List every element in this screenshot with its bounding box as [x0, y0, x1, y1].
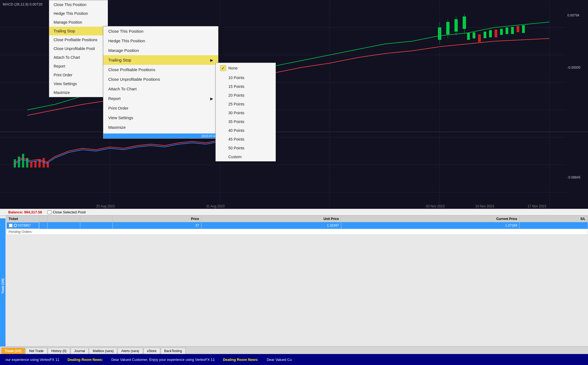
trade-panel: Balance: 994,317.58 Close Selected Posit…	[0, 209, 588, 354]
menu2-hedge-position[interactable]: Hedge This Position	[103, 36, 218, 46]
menu1-manage-position[interactable]: Manage Position	[49, 18, 108, 27]
svg-text:31 Aug 2023: 31 Aug 2023	[206, 204, 225, 208]
svg-text:03 Nov 2023: 03 Nov 2023	[426, 204, 445, 208]
svg-rect-22	[454, 19, 458, 32]
svg-rect-48	[473, 32, 475, 38]
menu2-report-arrow: ▶	[210, 96, 213, 101]
tab-journal[interactable]: Journal	[71, 348, 88, 354]
ticker-label-2: Dealing Room News:	[220, 358, 261, 362]
menu1-close-unprofitable[interactable]: Close Unprofitable Posit	[49, 44, 108, 53]
menu3-35pts[interactable]: 35 Points	[216, 117, 276, 126]
menu1-print-order[interactable]: Print Order	[49, 71, 108, 79]
svg-rect-51	[489, 30, 492, 37]
svg-text:25 Aug 2023: 25 Aug 2023	[96, 204, 115, 208]
svg-text:-0.08845: -0.08845	[567, 175, 581, 179]
menu3-45pts[interactable]: 45 Points	[216, 135, 276, 144]
col-current-price: Current Price	[341, 216, 520, 222]
close-selected-label: Close Selected Posit	[53, 210, 86, 214]
table-row[interactable]: 5378867 37 1.32347 1.37169	[6, 222, 588, 229]
ticker-text-2: Dear Valued Customer, Enjoy your experie…	[106, 358, 220, 362]
menu3-none-label: None	[228, 66, 237, 70]
ticker-text-3: Dear Valued Cu	[261, 358, 298, 362]
tab-vstore[interactable]: vStore	[143, 348, 160, 354]
context-menu-level2: Close This Position Hedge This Position …	[103, 26, 218, 139]
tab-bar: Trade (1/0) Net Trade History (0) Journa…	[0, 346, 588, 354]
tab-history[interactable]: History (0)	[48, 348, 70, 354]
svg-text:10 Nov 2023: 10 Nov 2023	[475, 204, 494, 208]
svg-rect-12	[30, 162, 32, 168]
menu2-trailing-stop-arrow: ▶	[210, 58, 213, 62]
ticker-text-1: our experience using VertexFX 11	[0, 358, 65, 362]
menu2-maximize[interactable]: Maximize	[103, 122, 218, 132]
menu3-50pts[interactable]: 50 Points	[216, 144, 276, 152]
tab-alerts[interactable]: Alerts (sara)	[118, 348, 143, 354]
svg-rect-20	[446, 22, 450, 34]
svg-text:-0.00000: -0.00000	[567, 66, 581, 69]
svg-rect-56	[517, 26, 519, 32]
menu1-trailing-stop[interactable]: Trailing Stop	[49, 27, 108, 35]
menu2-report[interactable]: Report ▶	[103, 94, 218, 103]
svg-rect-50	[484, 32, 486, 38]
col-unit-price: Unit Price	[201, 216, 341, 222]
menu2-trailing-stop-label: Trailing Stop	[108, 58, 131, 62]
ticker-label-1: Dealing Room News:	[65, 358, 106, 362]
ticker-bar: our experience using VertexFX 11 Dealing…	[0, 354, 588, 365]
svg-rect-10	[22, 154, 24, 168]
menu2-manage-position[interactable]: Manage Position	[103, 46, 218, 55]
ticket-number: 5378867	[18, 224, 31, 227]
menu3-10pts[interactable]: 10 Points	[216, 73, 276, 82]
tab-trade[interactable]: Trade (1/0)	[1, 348, 25, 354]
col-empty2	[80, 216, 113, 222]
menu2-attach-chart[interactable]: Attach To Chart	[103, 84, 218, 94]
menu3-25pts[interactable]: 25 Points	[216, 100, 276, 108]
col-price: Price	[113, 216, 201, 222]
svg-rect-49	[478, 34, 481, 42]
context-menu-level3: ✓ None 10 Points 15 Points 20 Points 25 …	[215, 63, 276, 161]
close-selected-checkbox[interactable]	[48, 210, 51, 214]
context-menu-level1: Close This Position Hedge This Position …	[49, 0, 108, 97]
svg-rect-54	[506, 27, 508, 34]
menu1-maximize[interactable]: Maximize	[49, 88, 108, 97]
menu3-custom[interactable]: Custom	[216, 152, 276, 161]
menu2-close-unprofitable[interactable]: Close Unprofitable Positions	[103, 74, 218, 84]
menu3-none-check: ✓	[220, 65, 226, 71]
svg-text:17 Nov 2023: 17 Nov 2023	[528, 204, 546, 208]
col-sl: S/L	[520, 216, 588, 222]
menu1-view-settings[interactable]: View Settings	[49, 79, 108, 88]
menu2-print-order[interactable]: Print Order	[103, 103, 218, 113]
col-ticket: Ticket	[6, 216, 39, 222]
menu3-40pts[interactable]: 40 Points	[216, 126, 276, 135]
menu1-close-profitable[interactable]: Close Profitable Positions	[49, 35, 108, 44]
svg-rect-55	[511, 27, 514, 34]
svg-rect-47	[467, 33, 470, 40]
menu2-report-label: Report	[108, 96, 121, 101]
side-trade-label: Trade (1/0)	[1, 278, 4, 294]
menu2-close-profitable[interactable]: Close Profitable Positions	[103, 65, 218, 74]
tab-mailbox[interactable]: Mailbox (sara)	[89, 348, 117, 354]
svg-rect-52	[495, 30, 497, 37]
svg-rect-57	[522, 25, 525, 33]
tab-net-trade[interactable]: Net Trade	[26, 348, 47, 354]
menu1-hedge-position[interactable]: Hedge This Position	[49, 9, 108, 18]
svg-rect-24	[463, 16, 466, 29]
menu2-close-position[interactable]: Close This Position	[103, 26, 218, 36]
menu2-trailing-stop[interactable]: Trailing Stop ▶	[103, 55, 218, 65]
menu3-30pts[interactable]: 30 Points	[216, 108, 276, 117]
menu1-attach-chart[interactable]: Attach To Chart	[49, 53, 108, 62]
menu1-report[interactable]: Report	[49, 62, 108, 71]
menu1-close-position[interactable]: Close This Position	[49, 0, 108, 9]
menu2-date: 2023-07-04	[201, 134, 217, 138]
svg-rect-53	[500, 29, 503, 35]
col-empty1	[48, 216, 80, 222]
row-checkbox[interactable]	[9, 224, 13, 227]
svg-text:MACD (26,12,9)  0.00720: MACD (26,12,9) 0.00720	[3, 2, 43, 6]
svg-rect-13	[34, 161, 37, 168]
menu3-15pts[interactable]: 15 Points	[216, 82, 276, 91]
col-check	[39, 216, 48, 222]
menu3-20pts[interactable]: 20 Points	[216, 91, 276, 100]
tab-backtesting[interactable]: BackTesting	[161, 348, 186, 354]
pending-orders-row: Pending Orders:	[6, 229, 588, 235]
menu2-view-settings[interactable]: View Settings	[103, 113, 218, 122]
menu3-none[interactable]: ✓ None	[216, 63, 276, 73]
close-selected-area: Close Selected Posit	[48, 210, 86, 214]
